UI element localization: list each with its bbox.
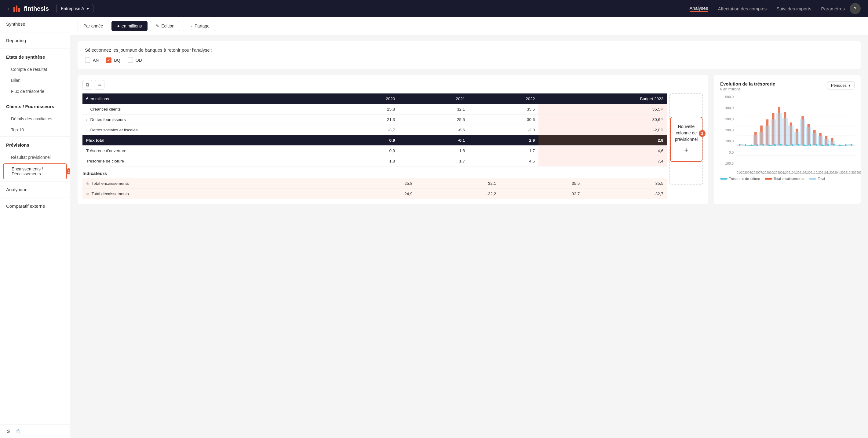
main-table: € en millions 2020 2021 2022 Budget 2023 [83, 93, 667, 166]
chart-section: Évolution de la trésorerie € en millions… [714, 75, 861, 204]
ind-budget: -32,7 [583, 189, 667, 199]
checkbox-group: AN ✓ BQ OD [85, 57, 853, 63]
new-column-badge: 2 [699, 130, 706, 137]
sidebar-section-etats: États de synthèse [0, 50, 70, 64]
drag-icon: ⊕ [86, 181, 89, 186]
svg-rect-24 [753, 135, 758, 146]
row-label: › Créances clients [83, 104, 329, 115]
cell-2020: 1,8 [329, 156, 399, 166]
svg-rect-31 [794, 132, 799, 146]
y-label: 100,0 [720, 139, 734, 143]
topnav: ‹ finthesis Entreprise A ▾ Analyses Affe… [0, 0, 868, 17]
cell-2021: -25,5 [399, 115, 468, 125]
cell-2021: 32,1 [399, 104, 468, 115]
chart-header: Évolution de la trésorerie € en millions… [720, 81, 855, 91]
checkbox-an-box[interactable] [85, 57, 90, 63]
svg-point-49 [804, 145, 805, 146]
company-selector[interactable]: Entreprise A ▾ [56, 4, 93, 13]
chart-period-button[interactable]: Périodes ▾ [827, 81, 855, 90]
copy-btn[interactable]: ⧉ [83, 80, 92, 90]
col-header-label: € en millions [83, 93, 329, 104]
sidebar-item-bilan[interactable]: Bilan [0, 75, 70, 86]
back-button[interactable]: ‹ [7, 5, 9, 12]
legend-item-total: Total [809, 177, 825, 181]
nav-suivi[interactable]: Suivi des imports [776, 6, 811, 11]
sidebar-item-comparatif[interactable]: Comparatif externe [0, 199, 70, 213]
gear-icon[interactable]: ⚙ [660, 128, 663, 132]
nav-parametres[interactable]: Paramètres [821, 6, 845, 11]
chart-title: Évolution de la trésorerie [720, 81, 775, 87]
ind-2021: -32,2 [416, 189, 500, 199]
drag-icon: ⊕ [86, 192, 89, 196]
svg-rect-30 [788, 126, 794, 146]
sidebar-item-compte-resultat[interactable]: Compte de résultat [0, 64, 70, 75]
checkbox-od[interactable]: OD [128, 57, 142, 63]
ind-2020: -24,9 [333, 189, 416, 199]
ind-label: ⊕ Total décaissements [83, 189, 333, 199]
row-label-bold: Flux total [83, 135, 329, 146]
ind-row: ⊕ Total décaissements -24,9 -32,2 -32,7 … [83, 189, 667, 199]
sidebar-item-auxiliaires[interactable]: Détails des auxiliaires [0, 113, 70, 124]
checkbox-section: Sélectionnez les journaux de banques à r… [78, 41, 861, 69]
circle-icon: ● [117, 24, 120, 28]
list-btn[interactable]: ≡ [95, 80, 104, 90]
sidebar-section-previsions: Prévisions [0, 138, 70, 152]
sidebar-item-resultat-prev[interactable]: Résultat prévisionnel [0, 152, 70, 163]
sidebar-item-top10[interactable]: Top 10 [0, 124, 70, 135]
chevron-icon: › [86, 128, 87, 132]
cell-2022: 35,5 [468, 104, 538, 115]
svg-point-41 [756, 144, 758, 146]
settings-icon[interactable]: ⚙ [6, 429, 10, 434]
avatar[interactable]: ? [850, 3, 861, 14]
svg-rect-34 [812, 133, 817, 146]
sidebar-item-analytique[interactable]: Analytique [0, 183, 70, 196]
ind-2022: 35,5 [500, 178, 583, 189]
gear-icon[interactable]: ⚙ [660, 117, 663, 121]
gear-icon[interactable]: ⚙ [660, 107, 663, 111]
content-inner: Sélectionnez les journaux de banques à r… [70, 35, 868, 210]
ind-label: ⊕ Total encaissements [83, 178, 333, 189]
row-label: › Dettes sociales et fiscales [83, 125, 329, 135]
checkbox-bq-box[interactable]: ✓ [106, 57, 112, 63]
table-controls: ⧉ ≡ [83, 80, 703, 90]
app-name: finthesis [24, 5, 49, 12]
checkbox-bq[interactable]: ✓ BQ [106, 57, 120, 63]
btn-partage[interactable]: → Partage [183, 21, 215, 31]
cell-budget: ⚙ -2,0 [538, 125, 667, 135]
edit-icon: ✎ [156, 24, 159, 28]
table-section: ⧉ ≡ € en millions 2020 2021 [78, 75, 708, 204]
nav-affectation[interactable]: Affectation des comptes [718, 6, 767, 11]
new-column-button[interactable]: Nouvelle colonne de prévisionnel + [670, 117, 703, 162]
cell-budget: 2,9 [538, 135, 667, 146]
svg-rect-27 [771, 119, 776, 146]
checkbox-od-box[interactable] [128, 57, 133, 63]
divider [0, 32, 70, 32]
svg-point-39 [745, 144, 746, 146]
svg-point-48 [798, 144, 800, 146]
svg-point-55 [839, 145, 841, 146]
sidebar-item-label-encaissements: Encaissements / Décaissements [11, 166, 43, 176]
cell-budget: 7,4 [538, 156, 667, 166]
sidebar-item-encaissements[interactable]: Encaissements / Décaissements 1 [3, 163, 67, 179]
sidebar-item-flux[interactable]: Flux de trésorerie [0, 86, 70, 97]
nav-analyses[interactable]: Analyses [690, 5, 708, 12]
cell-2020: 0,9 [329, 146, 399, 156]
cell-2022: -2,0 [468, 125, 538, 135]
svg-point-43 [768, 145, 770, 146]
table-row: › Dettes sociales et fiscales -3,7 -6,6 … [83, 125, 667, 135]
sidebar-item-synthese[interactable]: Synthèse [0, 17, 70, 31]
checkbox-an[interactable]: AN [85, 57, 99, 63]
btn-en-millions[interactable]: ● en millions [112, 21, 148, 31]
y-label: 0,0 [720, 151, 734, 154]
svg-rect-35 [817, 136, 823, 146]
y-label: 200,0 [720, 128, 734, 132]
sidebar-item-reporting[interactable]: Reporting [0, 34, 70, 48]
sidebar: Synthèse Reporting États de synthèse Com… [0, 17, 70, 438]
ind-2021: 32,1 [416, 178, 500, 189]
new-column-label: Nouvelle colonne de prévisionnel [674, 123, 698, 143]
document-icon[interactable]: 📄 [14, 429, 20, 434]
row-label: Trésorerie d'ouverture [83, 146, 329, 156]
btn-par-annee[interactable]: Par année [78, 21, 109, 31]
btn-edition[interactable]: ✎ Édition [150, 21, 180, 31]
cell-2022: 4,6 [468, 156, 538, 166]
